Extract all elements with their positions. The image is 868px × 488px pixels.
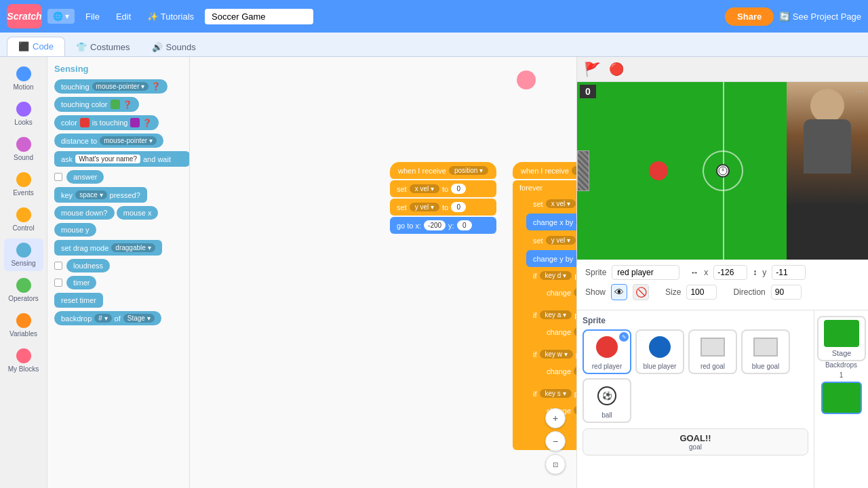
touching-dropdown[interactable]: mouse-pointer ▾ bbox=[92, 82, 149, 91]
block-set-drag-mode[interactable]: set drag mode draggable ▾ bbox=[54, 240, 162, 256]
y-input[interactable] bbox=[772, 265, 806, 280]
drag-dropdown[interactable]: draggable ▾ bbox=[111, 243, 155, 252]
goto-x-value[interactable]: -200 bbox=[424, 220, 446, 230]
category-events[interactable]: Events bbox=[4, 168, 43, 201]
category-operators[interactable]: Operators bbox=[4, 274, 43, 306]
set-yvel-dropdown[interactable]: y vel ▾ bbox=[546, 236, 576, 245]
block-change-x[interactable]: change x by x vel bbox=[526, 214, 576, 230]
sprite-name-input[interactable] bbox=[612, 265, 679, 280]
share-button[interactable]: Share bbox=[725, 7, 774, 26]
change-yvel-s-dropdown[interactable]: y vel ▾ bbox=[574, 406, 576, 415]
yvel-dropdown[interactable]: y vel ▾ bbox=[410, 203, 439, 211]
stage-thumb[interactable]: Stage bbox=[817, 316, 866, 361]
receive-start-dropdown[interactable]: start ▾ bbox=[572, 166, 576, 175]
block-timer[interactable]: timer bbox=[66, 276, 96, 289]
block-if-s[interactable]: if key s ▾ pressed? then bbox=[526, 386, 576, 401]
block-set-xvel-085[interactable]: set x vel ▾ to x vel * 0.85 bbox=[526, 195, 576, 212]
answer-checkbox[interactable] bbox=[54, 173, 62, 181]
key-s-dropdown[interactable]: key s ▾ bbox=[540, 389, 572, 398]
key-a-dropdown[interactable]: key a ▾ bbox=[540, 310, 572, 319]
x-input[interactable] bbox=[713, 265, 747, 280]
tab-code[interactable]: ⬛ Code bbox=[7, 37, 65, 56]
backdrop-dropdown[interactable]: # ▾ bbox=[94, 314, 111, 323]
sprite-item-red-goal[interactable]: red goal bbox=[688, 329, 737, 374]
block-backdrop[interactable]: backdrop # ▾ of Stage ▾ bbox=[54, 311, 161, 325]
stop-button[interactable]: 🔴 bbox=[607, 60, 626, 79]
key-d-dropdown[interactable]: key d ▾ bbox=[540, 271, 572, 280]
block-set-yvel-0[interactable]: set y vel ▾ to 0 bbox=[390, 199, 496, 216]
key-dropdown[interactable]: space ▾ bbox=[75, 190, 106, 199]
change-yvel-w-dropdown[interactable]: y vel ▾ bbox=[574, 367, 576, 375]
show-visible-button[interactable]: 👁 bbox=[611, 284, 627, 300]
block-change-xvel-1[interactable]: change x vel ▾ by 1 bbox=[540, 284, 576, 301]
block-when-receive-start[interactable]: when I receive start ▾ bbox=[513, 162, 576, 179]
block-mouse-x[interactable]: mouse x bbox=[117, 206, 159, 220]
zoom-in-button[interactable]: + bbox=[545, 408, 566, 428]
category-variables[interactable]: Variables bbox=[4, 309, 43, 342]
sprite-item-goal[interactable]: GOAL!! goal bbox=[583, 428, 808, 455]
block-touching[interactable]: touching mouse-pointer ▾ ❓ bbox=[54, 79, 167, 94]
tab-sounds[interactable]: 🔊 Sounds bbox=[141, 38, 207, 56]
yvel-value[interactable]: 0 bbox=[451, 202, 466, 212]
category-motion[interactable]: Motion bbox=[4, 62, 43, 95]
loudness-checkbox[interactable] bbox=[54, 262, 62, 270]
backdrop-of-dropdown[interactable]: Stage ▾ bbox=[123, 314, 155, 323]
block-key-pressed[interactable]: key space ▾ pressed? bbox=[54, 187, 147, 203]
block-change-y[interactable]: change y by y vel bbox=[526, 250, 576, 267]
block-if-d[interactable]: if key d ▾ pressed? then bbox=[526, 268, 576, 283]
size-input[interactable] bbox=[686, 285, 717, 300]
block-color-touching[interactable]: color is touching ❓ bbox=[54, 115, 159, 130]
xvel-dropdown[interactable]: x vel ▾ bbox=[410, 184, 439, 193]
sprite-item-blue-goal[interactable]: blue goal bbox=[741, 329, 790, 374]
distance-dropdown[interactable]: mouse-pointer ▾ bbox=[100, 136, 157, 145]
block-set-yvel-085[interactable]: set y vel ▾ to y vel * 0.85 bbox=[526, 232, 576, 249]
block-if-w[interactable]: if key w ▾ pressed? then bbox=[526, 347, 576, 361]
receive-position-dropdown[interactable]: position ▾ bbox=[449, 166, 488, 175]
green-flag-button[interactable]: 🚩 bbox=[583, 60, 601, 79]
set-xvel-dropdown[interactable]: x vel ▾ bbox=[546, 199, 576, 208]
color-swatch2[interactable] bbox=[130, 118, 140, 127]
category-my-blocks[interactable]: My Blocks bbox=[4, 344, 43, 377]
timer-checkbox[interactable] bbox=[54, 279, 62, 287]
block-change-xvel-neg1[interactable]: change x vel ▾ by -1 bbox=[540, 323, 576, 340]
sprite-item-ball[interactable]: ⚽ ball bbox=[583, 378, 631, 423]
sprite-item-blue-player[interactable]: blue player bbox=[635, 329, 684, 374]
block-set-xvel-0[interactable]: set x vel ▾ to 0 bbox=[390, 180, 496, 197]
block-when-receive-position[interactable]: when I receive position ▾ bbox=[390, 162, 496, 179]
sprite-item-red-player[interactable]: ✎ red player bbox=[583, 329, 631, 374]
block-loudness[interactable]: loudness bbox=[66, 259, 110, 272]
category-control[interactable]: Control bbox=[4, 203, 43, 236]
block-touching-color[interactable]: touching color ❓ bbox=[54, 97, 139, 112]
zoom-reset-button[interactable]: ⊡ bbox=[545, 454, 566, 474]
block-distance-to[interactable]: distance to mouse-pointer ▾ bbox=[54, 134, 163, 148]
zoom-out-button[interactable]: − bbox=[545, 431, 566, 451]
key-w-dropdown[interactable]: key w ▾ bbox=[540, 350, 573, 359]
block-reset-timer[interactable]: reset timer bbox=[54, 293, 103, 308]
block-goto-xy[interactable]: go to x: -200 y: 0 bbox=[390, 217, 496, 234]
xvel-value[interactable]: 0 bbox=[451, 184, 466, 194]
block-mouse-y[interactable]: mouse y bbox=[54, 223, 96, 237]
category-sound[interactable]: Sound bbox=[4, 133, 43, 165]
show-hidden-button[interactable]: 🚫 bbox=[633, 284, 649, 300]
see-project-button[interactable]: 🔄 See Project Page bbox=[779, 12, 861, 22]
block-forever[interactable]: forever bbox=[513, 180, 576, 195]
category-sensing[interactable]: Sensing bbox=[4, 239, 43, 271]
block-if-a[interactable]: if key a ▾ pressed? then bbox=[526, 308, 576, 322]
tutorials-button[interactable]: ✨ Tutorials bbox=[142, 9, 199, 24]
direction-input[interactable] bbox=[771, 285, 802, 300]
block-change-yvel-1[interactable]: change y vel ▾ by 1 bbox=[540, 363, 576, 380]
webcam-options[interactable]: ⋯ bbox=[854, 85, 865, 98]
backdrop-thumb[interactable] bbox=[821, 382, 862, 414]
block-answer[interactable]: answer bbox=[66, 170, 104, 184]
touching-color-swatch[interactable] bbox=[111, 100, 120, 109]
goto-y-value[interactable]: 0 bbox=[457, 220, 472, 230]
project-name-input[interactable] bbox=[205, 9, 313, 24]
edit-menu[interactable]: Edit bbox=[111, 9, 136, 24]
file-menu[interactable]: File bbox=[80, 9, 105, 24]
globe-button[interactable]: 🌐 ▾ bbox=[47, 9, 75, 24]
block-ask[interactable]: ask What's your name? and wait bbox=[54, 151, 189, 167]
change-xvel-d-dropdown[interactable]: x vel ▾ bbox=[574, 288, 576, 297]
tab-costumes[interactable]: 👕 Costumes bbox=[65, 38, 141, 56]
block-mouse-down[interactable]: mouse down? bbox=[54, 206, 115, 220]
change-xvel-a-dropdown[interactable]: x vel ▾ bbox=[574, 327, 576, 336]
